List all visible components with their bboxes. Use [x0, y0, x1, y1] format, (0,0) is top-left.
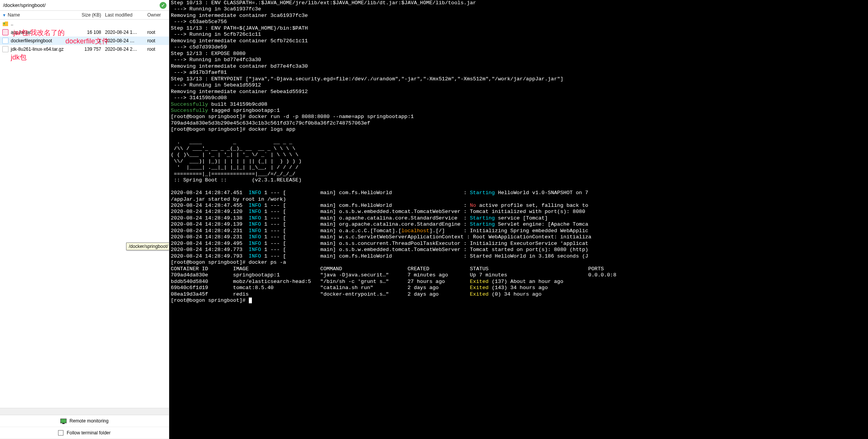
check-icon: ✓	[160, 2, 167, 9]
remote-monitoring-label: Remote monitoring	[70, 418, 108, 424]
checkbox-icon	[58, 430, 63, 436]
annotation-jdk: jdk包	[11, 53, 27, 62]
file-icon	[2, 38, 8, 44]
file-name: dockerfilespringboot	[11, 38, 78, 43]
horizontal-scrollbar[interactable]	[0, 408, 169, 415]
file-modified: 2020-08-24 2…	[105, 47, 147, 52]
sort-arrow-icon[interactable]: ▼	[2, 13, 6, 17]
path-bar: ✓	[0, 0, 169, 11]
bottom-toolbar: Remote monitoring Follow terminal folder	[0, 415, 169, 439]
file-owner: root	[147, 30, 167, 35]
file-list-header: ▼ Name Size (KB) Last modified Owner	[0, 11, 169, 20]
file-owner: root	[147, 47, 167, 52]
file-row[interactable]: appJar.jar 16 108 2020-08-24 1… root	[0, 28, 169, 37]
col-header-modified[interactable]: Last modified	[105, 12, 147, 18]
follow-terminal-toggle[interactable]: Follow terminal folder	[0, 427, 169, 439]
remote-monitoring-button[interactable]: Remote monitoring	[0, 415, 169, 427]
path-input[interactable]	[2, 2, 160, 9]
monitor-icon	[60, 419, 67, 423]
file-owner: root	[147, 38, 167, 43]
archive-icon	[2, 46, 8, 52]
col-header-name[interactable]: Name	[8, 12, 20, 18]
terminal-output[interactable]: Step 10/13 : ENV CLASSPATH=.:$JAVA_HOME/…	[169, 0, 868, 439]
parent-dir-row[interactable]: ..	[0, 20, 169, 28]
col-header-size[interactable]: Size (KB)	[78, 12, 105, 18]
file-size: 16 108	[78, 30, 105, 35]
file-modified: 2020-08-24 1…	[105, 30, 147, 35]
jar-icon	[2, 29, 8, 35]
col-header-owner[interactable]: Owner	[147, 12, 167, 18]
path-tooltip: /docker/springboot/	[126, 243, 169, 250]
file-list: .. appJar.jar 16 108 2020-08-24 1… root …	[0, 20, 169, 408]
file-size: 1	[78, 38, 105, 43]
file-row[interactable]: dockerfilespringboot 1 2020-08-24 … root	[0, 37, 169, 45]
file-size: 139 757	[78, 47, 105, 52]
file-name: jdk-8u261-linux-x64.tar.gz	[11, 47, 78, 52]
folder-up-icon	[2, 21, 8, 27]
file-browser-panel: ✓ ▼ Name Size (KB) Last modified Owner .…	[0, 0, 169, 439]
file-row[interactable]: jdk-8u261-linux-x64.tar.gz 139 757 2020-…	[0, 45, 169, 53]
file-name: appJar.jar	[11, 30, 78, 35]
file-modified: 2020-08-24 …	[105, 38, 147, 43]
follow-terminal-label: Follow terminal folder	[67, 430, 110, 436]
